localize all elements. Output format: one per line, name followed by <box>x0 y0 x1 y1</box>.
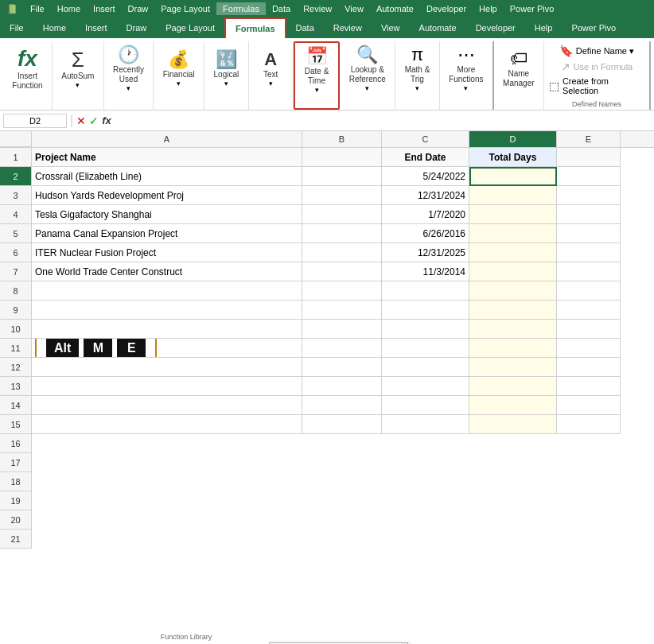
create-from-selection-row[interactable]: ⬚ Create from Selection <box>549 75 644 97</box>
row-header-7[interactable]: 7 <box>0 262 32 281</box>
menu-data[interactable]: Data <box>266 2 297 15</box>
row-header-12[interactable]: 12 <box>0 358 32 377</box>
cell-d1[interactable]: Total Days <box>469 148 557 167</box>
cell-a4[interactable]: Tesla Gigafactory Shanghai <box>32 205 302 224</box>
cell-e15[interactable] <box>557 415 621 434</box>
cell-c8[interactable] <box>382 281 469 301</box>
cell-e3[interactable] <box>557 186 621 205</box>
cell-d3[interactable] <box>469 186 557 205</box>
menu-powerpivot[interactable]: Power Pivo <box>504 2 561 15</box>
cell-d8[interactable] <box>469 281 557 301</box>
row-header-5[interactable]: 5 <box>0 224 32 243</box>
logical-button[interactable]: 🔣 Logical ▾ <box>208 43 243 95</box>
cell-c3[interactable]: 12/31/2024 <box>382 186 469 205</box>
cell-d10[interactable] <box>469 320 557 339</box>
cell-d2[interactable] <box>469 167 557 186</box>
cell-a9[interactable] <box>32 301 302 320</box>
insert-function-bar-icon[interactable]: fx <box>102 114 111 127</box>
row-header-8[interactable]: 8 <box>0 281 32 301</box>
math-trig-button[interactable]: π Math &Trig ▾ <box>399 43 434 95</box>
cell-c13[interactable] <box>382 377 469 396</box>
cell-d6[interactable] <box>469 243 557 262</box>
tab-insert[interactable]: Insert <box>76 17 117 38</box>
tab-file[interactable]: File <box>0 17 33 38</box>
cell-a10[interactable] <box>32 320 302 339</box>
col-header-b[interactable]: B <box>302 131 382 147</box>
cell-e1[interactable] <box>557 148 621 167</box>
cell-a11[interactable]: Alt M E <box>32 339 302 358</box>
row-header-6[interactable]: 6 <box>0 243 32 262</box>
row-header-11[interactable]: 11 <box>0 339 32 358</box>
cell-c2[interactable]: 5/24/2022 <box>382 167 469 186</box>
cell-c14[interactable] <box>382 396 469 415</box>
cell-c7[interactable]: 11/3/2014 <box>382 262 469 281</box>
tab-draw[interactable]: Draw <box>117 17 157 38</box>
date-time-button[interactable]: 📅 Date &Time ▾ <box>299 45 334 96</box>
cell-b14[interactable] <box>302 396 382 415</box>
cell-d11[interactable] <box>469 339 557 358</box>
tab-pagelayout[interactable]: Page Layout <box>156 17 224 38</box>
tab-formulas[interactable]: Formulas <box>224 17 286 38</box>
cell-e7[interactable] <box>557 262 621 281</box>
row-header-15[interactable]: 15 <box>0 415 32 434</box>
cell-a5[interactable]: Panama Canal Expansion Project <box>32 224 302 243</box>
cell-d5[interactable] <box>469 224 557 243</box>
cell-c10[interactable] <box>382 320 469 339</box>
cell-b3[interactable] <box>302 186 382 205</box>
row-header-14[interactable]: 14 <box>0 396 32 415</box>
row-header-3[interactable]: 3 <box>0 186 32 205</box>
menu-view[interactable]: View <box>338 2 370 15</box>
cell-c6[interactable]: 12/31/2025 <box>382 243 469 262</box>
tab-powerpivot[interactable]: Power Pivo <box>562 17 625 38</box>
lookup-reference-button[interactable]: 🔍 Lookup &Reference ▾ <box>345 43 391 95</box>
cell-e2[interactable] <box>557 167 621 186</box>
cell-a15[interactable] <box>32 415 302 434</box>
col-header-c[interactable]: C <box>382 131 469 147</box>
cell-e6[interactable] <box>557 243 621 262</box>
cell-b1[interactable] <box>302 148 382 167</box>
cell-c1[interactable]: End Date <box>382 148 469 167</box>
col-header-a[interactable]: A <box>32 131 302 147</box>
row-header-1[interactable]: 1 <box>0 148 32 167</box>
tab-review[interactable]: Review <box>324 17 372 38</box>
cell-b13[interactable] <box>302 377 382 396</box>
cell-a12[interactable] <box>32 358 302 377</box>
cell-b6[interactable] <box>302 243 382 262</box>
cell-d12[interactable] <box>469 358 557 377</box>
autosum-button[interactable]: Σ AutoSum ▾ <box>56 43 99 95</box>
cell-a1[interactable]: Project Name <box>32 148 302 167</box>
menu-pagelayout[interactable]: Page Layout <box>154 2 216 15</box>
cell-d14[interactable] <box>469 396 557 415</box>
cell-a14[interactable] <box>32 396 302 415</box>
cell-b12[interactable] <box>302 358 382 377</box>
cell-b7[interactable] <box>302 262 382 281</box>
cell-d15[interactable] <box>469 415 557 434</box>
use-in-formula-row[interactable]: ↗ Use in Formula <box>561 59 633 75</box>
row-header-21[interactable]: 21 <box>0 530 32 549</box>
cell-c4[interactable]: 1/7/2020 <box>382 205 469 224</box>
cell-c12[interactable] <box>382 358 469 377</box>
name-manager-button[interactable]: 🏷 NameManager <box>498 43 539 95</box>
row-header-13[interactable]: 13 <box>0 377 32 396</box>
cell-c15[interactable] <box>382 415 469 434</box>
row-header-16[interactable]: 16 <box>0 434 32 453</box>
cell-a13[interactable] <box>32 377 302 396</box>
menu-automate[interactable]: Automate <box>370 2 420 15</box>
menu-insert[interactable]: Insert <box>87 2 122 15</box>
cell-b8[interactable] <box>302 281 382 301</box>
cell-a7[interactable]: One World Trade Center Construct <box>32 262 302 281</box>
cell-e11[interactable] <box>557 339 621 358</box>
cell-b15[interactable] <box>302 415 382 434</box>
row-header-17[interactable]: 17 <box>0 453 32 472</box>
row-header-4[interactable]: 4 <box>0 205 32 224</box>
cell-a6[interactable]: ITER Nuclear Fusion Project <box>32 243 302 262</box>
recently-used-button[interactable]: 🕐 RecentlyUsed ▾ <box>108 43 149 95</box>
cell-b5[interactable] <box>302 224 382 243</box>
col-header-e[interactable]: E <box>557 131 621 147</box>
cell-e5[interactable] <box>557 224 621 243</box>
col-header-d[interactable]: D <box>469 131 557 147</box>
tab-help[interactable]: Help <box>525 17 563 38</box>
tab-developer[interactable]: Developer <box>466 17 525 38</box>
cancel-formula-icon[interactable]: ✕ <box>76 114 86 127</box>
cell-e4[interactable] <box>557 205 621 224</box>
